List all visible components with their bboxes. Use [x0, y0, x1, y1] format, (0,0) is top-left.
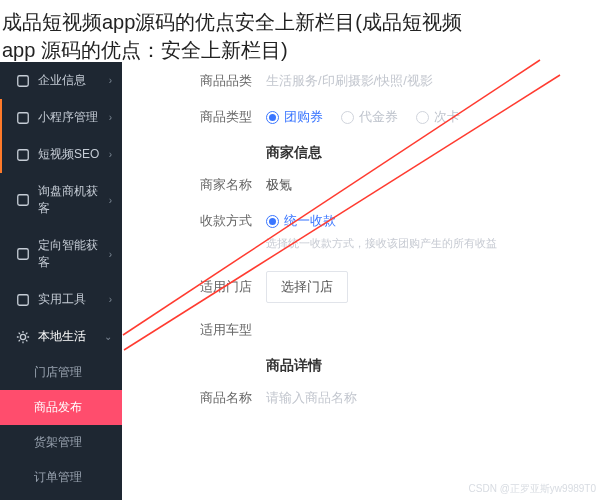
sidebar-item-label: 短视频SEO [38, 146, 99, 163]
sidebar-item-5[interactable]: 实用工具› [0, 281, 122, 318]
gear-icon [16, 330, 30, 344]
sidebar-item-3[interactable]: 询盘商机获客› [0, 173, 122, 227]
radio-icon [416, 111, 429, 124]
car-type-label: 适用车型 [162, 321, 252, 339]
target-icon [16, 247, 30, 261]
video-icon [16, 148, 30, 162]
sidebar: 企业信息›小程序管理›短视频SEO›询盘商机获客›定向智能获客›实用工具› 本地… [0, 62, 122, 500]
merchant-name-label: 商家名称 [162, 176, 252, 194]
sidebar-item-label: 实用工具 [38, 291, 86, 308]
sidebar-item-label: 小程序管理 [38, 109, 98, 126]
page-title: 成品短视频app源码的优点安全上新栏目(成品短视频 app 源码的优点：安全上新… [2, 8, 600, 64]
radio-icon [341, 111, 354, 124]
merchant-section-title: 商家信息 [122, 144, 602, 162]
magnifier-icon [16, 193, 30, 207]
svg-rect-2 [18, 149, 29, 160]
sidebar-sub-item-3[interactable]: 订单管理 [34, 460, 122, 495]
chevron-right-icon: › [109, 149, 112, 160]
product-name-input[interactable]: 请输入商品名称 [266, 389, 357, 407]
select-store-button[interactable]: 选择门店 [266, 271, 348, 303]
store-label: 适用门店 [162, 278, 252, 296]
chevron-down-icon: ⌄ [104, 331, 112, 342]
payment-label: 收款方式 [162, 212, 252, 230]
building-icon [16, 74, 30, 88]
grid-icon [16, 111, 30, 125]
svg-point-6 [20, 334, 25, 339]
radio-option[interactable]: 统一收款 [266, 212, 336, 230]
sidebar-item-2[interactable]: 短视频SEO› [0, 136, 122, 173]
sidebar-sub-item-2[interactable]: 货架管理 [34, 425, 122, 460]
product-type-label: 商品类型 [162, 108, 252, 126]
sidebar-item-label: 定向智能获客 [38, 237, 109, 271]
tool-icon [16, 293, 30, 307]
form-content: 商品品类 生活服务/印刷摄影/快照/视影 商品类型 团购券代金券次卡 商家信息 … [122, 62, 602, 500]
svg-rect-5 [18, 294, 29, 305]
sidebar-sub-item-4[interactable]: 核销明细 [34, 495, 122, 500]
chevron-right-icon: › [109, 294, 112, 305]
radio-label: 统一收款 [284, 212, 336, 230]
sidebar-item-0[interactable]: 企业信息› [0, 62, 122, 99]
sidebar-item-1[interactable]: 小程序管理› [0, 99, 122, 136]
sidebar-item-label: 询盘商机获客 [38, 183, 109, 217]
chevron-right-icon: › [109, 112, 112, 123]
radio-label: 团购券 [284, 108, 323, 126]
svg-rect-0 [18, 75, 29, 86]
sidebar-sub-item-1[interactable]: 商品发布 [0, 390, 122, 425]
svg-rect-4 [18, 249, 29, 260]
sidebar-sub-item-0[interactable]: 门店管理 [34, 355, 122, 390]
svg-rect-1 [18, 112, 29, 123]
sidebar-item-label: 企业信息 [38, 72, 86, 89]
detail-section-title: 商品详情 [122, 357, 602, 375]
product-category-label: 商品品类 [162, 72, 252, 90]
sidebar-item-local-life[interactable]: 本地生活 ⌄ [0, 318, 122, 355]
chevron-right-icon: › [109, 249, 112, 260]
chevron-right-icon: › [109, 195, 112, 206]
chevron-right-icon: › [109, 75, 112, 86]
merchant-name-value[interactable]: 极氪 [266, 176, 292, 194]
radio-option[interactable]: 次卡 [416, 108, 460, 126]
product-name-label: 商品名称 [162, 389, 252, 407]
watermark: CSDN @正罗亚斯yw9989T0 [469, 482, 596, 496]
radio-icon [266, 111, 279, 124]
radio-option[interactable]: 团购券 [266, 108, 323, 126]
product-category-value[interactable]: 生活服务/印刷摄影/快照/视影 [266, 72, 433, 90]
radio-label: 次卡 [434, 108, 460, 126]
payment-note: 选择统一收款方式，接收该团购产生的所有收益 [122, 236, 602, 251]
radio-icon [266, 215, 279, 228]
radio-option[interactable]: 代金券 [341, 108, 398, 126]
radio-label: 代金券 [359, 108, 398, 126]
svg-rect-3 [18, 195, 29, 206]
sidebar-item-4[interactable]: 定向智能获客› [0, 227, 122, 281]
sidebar-item-label: 本地生活 [38, 328, 86, 345]
